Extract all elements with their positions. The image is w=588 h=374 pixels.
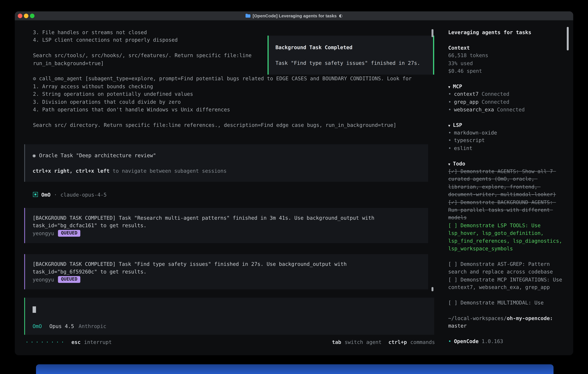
main-scrollbar-thumb[interactable] xyxy=(431,287,433,291)
sidebar-scrollbar-thumb[interactable] xyxy=(567,27,569,50)
bullet-icon: • xyxy=(448,145,451,151)
folder-icon xyxy=(245,14,250,18)
mcp-section-header[interactable]: ▼MCP xyxy=(448,83,564,90)
spinner-dots: ········ xyxy=(25,339,66,345)
agent-name: OmO xyxy=(41,192,51,198)
zoom-button[interactable] xyxy=(30,13,34,18)
status-badge: QUEUED xyxy=(58,276,80,283)
collapse-icon: ▼ xyxy=(448,162,450,166)
blank-line xyxy=(33,129,442,136)
minimize-button[interactable] xyxy=(24,13,28,18)
todo-item-pending: [ ] Demonstrate MULTIMODAL: Use xyxy=(448,299,564,306)
context-tokens: 66,518 tokens xyxy=(448,52,564,59)
mcp-item: •context7Connected xyxy=(448,90,564,98)
gear-icon: ⚙ xyxy=(33,75,36,82)
text-cursor xyxy=(32,306,36,313)
message-author: yeongyu xyxy=(32,230,54,236)
message-card: [BACKGROUND TASK COMPLETED] Task "Resear… xyxy=(24,208,428,243)
blank-line xyxy=(275,51,433,59)
titlebar[interactable]: [OpenCode] Leveraging agents for tasks ◐ xyxy=(15,11,573,21)
lsp-item: •eslint xyxy=(448,144,564,152)
todo-item-pending: [ ] Demonstrate AST-GREP: Pattern search… xyxy=(448,260,564,276)
input-model-name: Opus 4.5 xyxy=(49,322,74,330)
status-bar: ········ esc interrupt tab switch agent … xyxy=(33,338,435,346)
terminal-window: [OpenCode] Leveraging agents for tasks ◐… xyxy=(15,11,573,355)
mcp-item: •grep_appConnected xyxy=(448,98,564,105)
agent-model: claude-opus-4-5 xyxy=(61,192,107,198)
main-scrollbar-thumb[interactable] xyxy=(431,29,433,37)
desktop: [OpenCode] Leveraging agents for tasks ◐… xyxy=(0,0,588,374)
tool-call-item: 4. Path operations that don't handle Win… xyxy=(33,105,442,113)
commands-key-hint: ctrl+p xyxy=(388,339,407,345)
todo-item-active: [ ] Demonstrate LSP TOOLS: Use lsp_hover… xyxy=(448,222,564,252)
esc-key-hint: esc xyxy=(71,339,81,345)
app-name: OpenCode xyxy=(454,338,478,344)
status-badge: QUEUED xyxy=(58,230,80,237)
toast-body: Task "Find type safety issues" finished … xyxy=(275,59,433,67)
todo-item-done: [✓] Demonstrate BACKGROUND AGENTS: Run p… xyxy=(448,198,564,221)
todo-item-pending: [ ] Demonstrate MCP INTEGRATIONS: Use co… xyxy=(448,276,564,291)
agent-icon-fill xyxy=(34,194,36,196)
dock-window-strip[interactable] xyxy=(36,364,554,374)
notification-toast: Background Task Completed Task "Find typ… xyxy=(268,36,434,75)
navigation-hint-keys: ctrl+x right, ctrl+x left xyxy=(32,168,110,174)
toast-title: Background Task Completed xyxy=(275,43,433,51)
navigation-hint-text: to navigate between subagent sessions xyxy=(110,168,227,174)
prompt-input[interactable]: OmO Opus 4.5 Anthropic xyxy=(24,298,434,335)
input-agent-name: OmO xyxy=(32,322,42,330)
bullet-icon: • xyxy=(448,99,451,105)
esc-key-label: interrupt xyxy=(84,339,112,345)
collapse-icon: ▼ xyxy=(448,124,450,127)
context-used: 33% used xyxy=(448,59,564,67)
input-provider-name: Anthropic xyxy=(79,322,106,330)
lsp-item: •typescript xyxy=(448,136,564,144)
blank-line xyxy=(33,136,442,144)
message-text: task_id="bg_6f59260c" to get results. xyxy=(32,268,428,275)
lsp-section-header[interactable]: ▼LSP xyxy=(448,121,564,129)
session-title: Leveraging agents for tasks xyxy=(448,28,564,36)
tool-call-footer: Search src/ directory. Return specific f… xyxy=(33,121,442,129)
tab-key-hint: tab xyxy=(332,339,341,345)
oracle-task-title: Oracle Task "Deep architecture review" xyxy=(39,152,156,158)
tool-call-item: 1. Array access without bounds checking xyxy=(33,83,442,90)
app-version: 1.0.163 xyxy=(482,338,503,344)
window-controls xyxy=(18,13,34,18)
bullet-icon: • xyxy=(448,91,451,97)
message-text: task_id="bg_dcfac161" to get results. xyxy=(32,222,428,229)
message-author: yeongyu xyxy=(32,276,54,282)
oracle-task-panel[interactable]: ◉Oracle Task "Deep architecture review" … xyxy=(24,144,428,182)
bullet-icon: • xyxy=(448,338,451,344)
tab-key-label: switch agent xyxy=(345,339,381,345)
separator-dot: · xyxy=(54,192,57,198)
tool-call-text: call_omo_agent [subagent_type=explore, p… xyxy=(39,75,412,82)
todo-section-header[interactable]: ▼Todo xyxy=(448,160,564,167)
commands-key-label: commands xyxy=(410,339,435,345)
message-text: [BACKGROUND TASK COMPLETED] Task "Find t… xyxy=(32,260,428,268)
context-heading: Context xyxy=(448,44,564,52)
bullet-icon: • xyxy=(448,106,451,113)
agent-header: OmO · claude-opus-4-5 xyxy=(33,191,442,198)
tool-call-item: 3. Division operations that could divide… xyxy=(33,98,442,105)
todo-item-done: [✓] Demonstrate AGENTS: Show all 7 curat… xyxy=(448,167,564,198)
bullet-icon: • xyxy=(448,137,451,143)
context-spent: $0.46 spent xyxy=(448,67,564,75)
blank-line xyxy=(33,113,442,121)
message-text: [BACKGROUND TASK COMPLETED] Task "Resear… xyxy=(32,214,428,222)
session-sidebar: Leveraging agents for tasks Context 66,5… xyxy=(442,21,573,355)
agent-icon xyxy=(33,192,38,197)
workspace-path: ~/local-workspaces/oh-my-opencode: xyxy=(448,314,564,322)
blank-line xyxy=(32,159,428,167)
oracle-icon: ◉ xyxy=(32,152,36,158)
bullet-icon: • xyxy=(448,130,451,136)
git-branch: master xyxy=(448,322,564,330)
collapse-icon: ▼ xyxy=(448,85,450,89)
window-title: [OpenCode] Leveraging agents for tasks ◐ xyxy=(15,13,573,18)
model-indicator: OmO Opus 4.5 Anthropic xyxy=(32,322,434,330)
mcp-item: •websearch_exaConnected xyxy=(448,105,564,113)
window-title-text: [OpenCode] Leveraging agents for tasks xyxy=(253,13,337,18)
close-button[interactable] xyxy=(18,13,22,18)
chat-area: 3. File handles or streams not closed 4.… xyxy=(15,21,442,355)
message-card: [BACKGROUND TASK COMPLETED] Task "Find t… xyxy=(24,254,428,289)
tool-call-header: ⚙call_omo_agent [subagent_type=explore, … xyxy=(33,75,442,83)
log-line: 3. File handles or streams not closed xyxy=(33,28,442,36)
